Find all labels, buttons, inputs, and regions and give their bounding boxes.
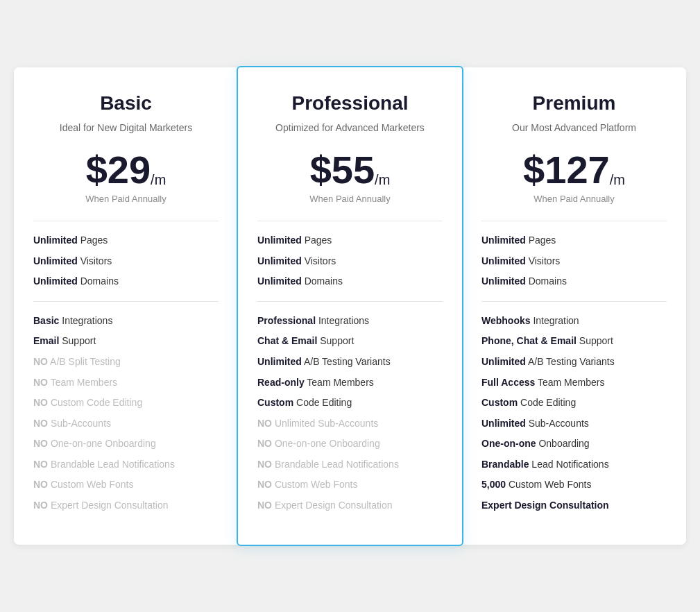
feature-item: NO One-on-one Onboarding <box>257 437 443 451</box>
extra-features-list: Webhooks IntegrationPhone, Chat & Email … <box>481 314 667 513</box>
plan-subtitle: Ideal for New Digital Marketers <box>33 121 219 135</box>
feature-item: Unlimited Pages <box>257 234 443 248</box>
pricing-container: BasicIdeal for New Digital Marketers$29/… <box>14 67 686 544</box>
feature-item: Unlimited Sub-Accounts <box>481 417 667 431</box>
feature-item: Custom Code Editing <box>481 396 667 410</box>
feature-item: Brandable Lead Notifications <box>481 458 667 472</box>
feature-item: Unlimited A/B Testing Variants <box>481 355 667 369</box>
plan-professional: ProfessionalOptimized for Advanced Marke… <box>237 66 463 545</box>
feature-item: Unlimited Domains <box>257 275 443 289</box>
feature-item: NO Custom Web Fonts <box>257 478 443 492</box>
feature-item: Unlimited Pages <box>33 234 219 248</box>
price-block: $29/m <box>33 151 219 189</box>
feature-item: NO Team Members <box>33 376 219 390</box>
extra-features-list: Basic IntegrationsEmail SupportNO A/B Sp… <box>33 314 219 513</box>
billing-period: When Paid Annually <box>33 194 219 204</box>
price-block: $127/m <box>481 151 667 189</box>
price-unit: /m <box>375 172 390 187</box>
feature-item: NO Unlimited Sub-Accounts <box>257 417 443 431</box>
feature-item: Chat & Email Support <box>257 334 443 348</box>
feature-item: NO One-on-one Onboarding <box>33 437 219 451</box>
feature-item: NO Brandable Lead Notifications <box>33 458 219 472</box>
plan-subtitle: Our Most Advanced Platform <box>481 121 667 135</box>
extra-features-list: Professional IntegrationsChat & Email Su… <box>257 314 443 513</box>
feature-item: Professional Integrations <box>257 314 443 328</box>
plan-name: Professional <box>257 92 443 114</box>
core-features-list: Unlimited PagesUnlimited VisitorsUnlimit… <box>33 234 219 289</box>
price-amount: $55 <box>310 148 375 192</box>
feature-item: NO Custom Code Editing <box>33 396 219 410</box>
price-amount: $127 <box>523 148 610 192</box>
feature-item: Unlimited Domains <box>33 275 219 289</box>
feature-item: One-on-one Onboarding <box>481 437 667 451</box>
feature-item: NO Sub-Accounts <box>33 417 219 431</box>
feature-item: Webhooks Integration <box>481 314 667 328</box>
feature-item: NO A/B Split Testing <box>33 355 219 369</box>
feature-item: Basic Integrations <box>33 314 219 328</box>
feature-item: Unlimited Pages <box>481 234 667 248</box>
feature-item: Read-only Team Members <box>257 376 443 390</box>
plan-basic: BasicIdeal for New Digital Marketers$29/… <box>14 67 238 544</box>
feature-item: NO Expert Design Consultation <box>257 499 443 513</box>
feature-item: Unlimited Visitors <box>33 255 219 269</box>
feature-item: Unlimited Domains <box>481 275 667 289</box>
feature-item: Expert Design Consultation <box>481 499 667 513</box>
feature-item: Unlimited Visitors <box>257 255 443 269</box>
feature-item: Phone, Chat & Email Support <box>481 334 667 348</box>
core-features-list: Unlimited PagesUnlimited VisitorsUnlimit… <box>257 234 443 289</box>
plan-name: Premium <box>481 92 667 114</box>
feature-item: NO Custom Web Fonts <box>33 478 219 492</box>
feature-item: 5,000 Custom Web Fonts <box>481 478 667 492</box>
price-unit: /m <box>610 172 625 187</box>
feature-item: Custom Code Editing <box>257 396 443 410</box>
price-unit: /m <box>151 172 166 187</box>
core-features-list: Unlimited PagesUnlimited VisitorsUnlimit… <box>481 234 667 289</box>
billing-period: When Paid Annually <box>257 194 443 204</box>
plan-name: Basic <box>33 92 219 114</box>
feature-item: Unlimited Visitors <box>481 255 667 269</box>
billing-period: When Paid Annually <box>481 194 667 204</box>
feature-item: NO Expert Design Consultation <box>33 499 219 513</box>
feature-item: NO Brandable Lead Notifications <box>257 458 443 472</box>
price-block: $55/m <box>257 151 443 189</box>
plan-premium: PremiumOur Most Advanced Platform$127/mW… <box>462 67 686 544</box>
feature-item: Unlimited A/B Testing Variants <box>257 355 443 369</box>
feature-item: Full Access Team Members <box>481 376 667 390</box>
plan-subtitle: Optimized for Advanced Marketers <box>257 121 443 135</box>
feature-item: Email Support <box>33 334 219 348</box>
price-amount: $29 <box>86 148 151 192</box>
